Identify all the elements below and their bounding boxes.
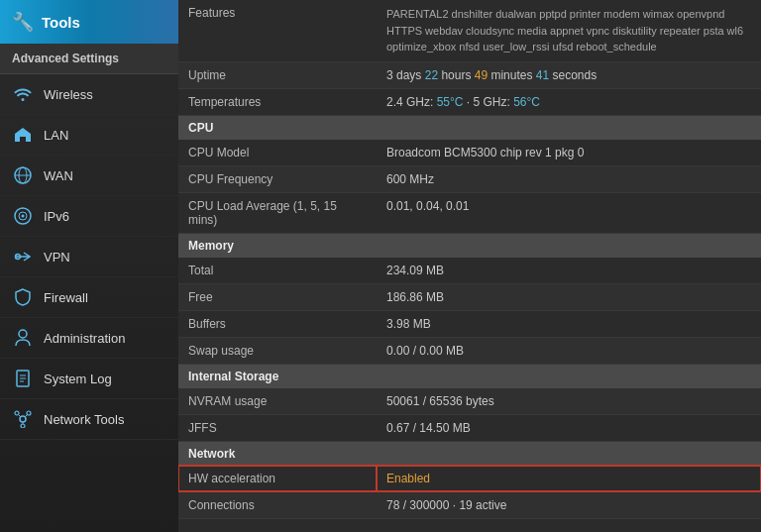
table-row: Connections 78 / 300000 · 19 active bbox=[178, 491, 761, 518]
ipv6-label: IPv6 bbox=[44, 209, 69, 224]
value-buffers: 3.98 MB bbox=[377, 310, 761, 337]
table-row: CPU Frequency 600 MHz bbox=[178, 165, 761, 192]
svg-line-17 bbox=[25, 415, 27, 417]
table-row: Uptime 3 days 22 hours 49 minutes 41 sec… bbox=[178, 61, 761, 88]
value-jffs: 0.67 / 14.50 MB bbox=[377, 414, 761, 441]
svg-point-7 bbox=[19, 330, 27, 338]
table-row: CPU Load Average (1, 5, 15 mins) 0.01, 0… bbox=[178, 192, 761, 233]
svg-point-13 bbox=[15, 411, 19, 415]
label-uptime: Uptime bbox=[178, 61, 377, 88]
sidebar-item-lan[interactable]: LAN bbox=[0, 115, 178, 156]
wireless-label: Wireless bbox=[44, 87, 93, 102]
svg-point-15 bbox=[21, 424, 25, 428]
section-header-storage: Internal Storage bbox=[178, 364, 761, 388]
svg-point-14 bbox=[27, 411, 31, 415]
label-jffs: JFFS bbox=[178, 414, 377, 441]
tools-icon: 🔧 bbox=[12, 11, 34, 33]
svg-point-5 bbox=[22, 215, 25, 218]
sidebar-item-firewall[interactable]: Firewall bbox=[0, 277, 178, 318]
system-log-icon bbox=[12, 368, 34, 389]
label-hw-acceleration: HW acceleration bbox=[178, 466, 377, 492]
sidebar-item-wan[interactable]: WAN bbox=[0, 156, 178, 196]
label-cpu-frequency: CPU Frequency bbox=[178, 165, 377, 192]
wan-label: WAN bbox=[44, 168, 73, 183]
main-content: Features PARENTAL2 dnshilter dualwan ppt… bbox=[178, 0, 761, 532]
sidebar-item-network-tools[interactable]: Network Tools bbox=[0, 399, 178, 440]
value-hw-acceleration: Enabled bbox=[377, 466, 761, 492]
label-temperatures: Temperatures bbox=[178, 88, 377, 115]
value-nvram: 50061 / 65536 bytes bbox=[377, 388, 761, 415]
sidebar-title: Tools bbox=[42, 14, 80, 31]
svg-line-16 bbox=[19, 415, 21, 417]
sidebar-item-administration[interactable]: Administration bbox=[0, 318, 178, 359]
label-swap: Swap usage bbox=[178, 337, 377, 364]
label-cpu-load: CPU Load Average (1, 5, 15 mins) bbox=[178, 192, 377, 233]
sidebar-item-ipv6[interactable]: IPv6 bbox=[0, 196, 178, 237]
table-row: CPU Model Broadcom BCM5300 chip rev 1 pk… bbox=[178, 140, 761, 166]
vpn-label: VPN bbox=[44, 250, 70, 265]
section-header-cpu: CPU bbox=[178, 115, 761, 140]
sidebar: 🔧 Tools Advanced Settings Wireless LAN W… bbox=[0, 0, 178, 532]
value-memory-total: 234.09 MB bbox=[377, 258, 761, 284]
table-row: JFFS 0.67 / 14.50 MB bbox=[178, 414, 761, 441]
value-swap: 0.00 / 0.00 MB bbox=[377, 337, 761, 364]
table-row: Free 186.86 MB bbox=[178, 283, 761, 310]
advanced-settings-label: Advanced Settings bbox=[0, 44, 178, 74]
table-row: Total 234.09 MB bbox=[178, 258, 761, 284]
sidebar-item-wireless[interactable]: Wireless bbox=[0, 74, 178, 115]
administration-label: Administration bbox=[44, 331, 125, 346]
label-buffers: Buffers bbox=[178, 310, 377, 337]
sidebar-header: 🔧 Tools bbox=[0, 0, 178, 44]
label-memory-total: Total bbox=[178, 258, 377, 284]
table-row: NVRAM usage 50061 / 65536 bytes bbox=[178, 388, 761, 415]
table-row: Buffers 3.98 MB bbox=[178, 310, 761, 337]
table-row: Temperatures 2.4 GHz: 55°C · 5 GHz: 56°C bbox=[178, 88, 761, 115]
ipv6-icon bbox=[12, 205, 34, 227]
section-header-network: Network bbox=[178, 441, 761, 466]
wifi-icon bbox=[12, 83, 34, 105]
vpn-icon bbox=[12, 246, 34, 267]
value-cpu-load: 0.01, 0.04, 0.01 bbox=[377, 192, 761, 233]
section-header-memory: Memory bbox=[178, 233, 761, 258]
value-memory-free: 186.86 MB bbox=[377, 283, 761, 310]
network-tools-label: Network Tools bbox=[44, 412, 124, 427]
value-temperatures: 2.4 GHz: 55°C · 5 GHz: 56°C bbox=[377, 88, 761, 115]
lan-label: LAN bbox=[44, 128, 68, 143]
label-connections: Connections bbox=[178, 491, 377, 518]
network-tools-icon bbox=[12, 408, 34, 430]
home-icon bbox=[12, 124, 34, 146]
table-row-hw-acceleration: HW acceleration Enabled bbox=[178, 466, 761, 492]
label-memory-free: Free bbox=[178, 283, 377, 310]
label-features: Features bbox=[178, 0, 377, 61]
value-uptime: 3 days 22 hours 49 minutes 41 seconds bbox=[377, 61, 761, 88]
info-table: Features PARENTAL2 dnshilter dualwan ppt… bbox=[178, 0, 761, 519]
firewall-label: Firewall bbox=[44, 290, 88, 305]
value-cpu-model: Broadcom BCM5300 chip rev 1 pkg 0 bbox=[377, 140, 761, 166]
table-row: Swap usage 0.00 / 0.00 MB bbox=[178, 337, 761, 364]
globe-icon bbox=[12, 164, 34, 186]
value-connections: 78 / 300000 · 19 active bbox=[377, 491, 761, 518]
label-nvram: NVRAM usage bbox=[178, 388, 377, 415]
sidebar-item-vpn[interactable]: VPN bbox=[0, 237, 178, 277]
value-features: PARENTAL2 dnshilter dualwan pptpd printe… bbox=[377, 0, 761, 61]
label-cpu-model: CPU Model bbox=[178, 140, 377, 166]
system-log-label: System Log bbox=[44, 372, 112, 386]
person-icon bbox=[12, 327, 34, 349]
shield-icon bbox=[12, 286, 34, 308]
table-row: Features PARENTAL2 dnshilter dualwan ppt… bbox=[178, 0, 761, 61]
value-cpu-frequency: 600 MHz bbox=[377, 165, 761, 192]
sidebar-item-system-log[interactable]: System Log bbox=[0, 359, 178, 399]
